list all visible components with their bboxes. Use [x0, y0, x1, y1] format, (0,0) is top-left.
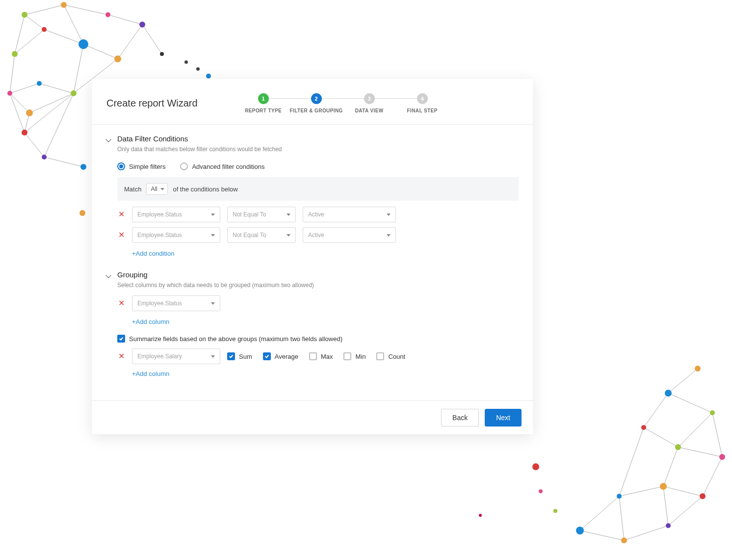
svg-point-59 — [665, 390, 672, 397]
select-value: Employee.Salary — [137, 353, 182, 360]
step-filter-grouping[interactable]: 2 FILTER & GROUPING — [290, 93, 343, 113]
svg-line-57 — [619, 427, 644, 496]
select-value: Employee.Status — [137, 300, 182, 307]
svg-line-1 — [64, 5, 108, 15]
decoration-dot — [79, 210, 85, 216]
step-final[interactable]: 4 FINAL STEP — [396, 93, 449, 113]
svg-line-45 — [624, 526, 668, 540]
svg-point-26 — [105, 12, 110, 17]
svg-line-16 — [39, 83, 74, 93]
select-value: Not Equal To — [233, 232, 266, 239]
svg-line-46 — [580, 531, 624, 540]
decoration-network-bottom-right — [521, 349, 732, 560]
stepper: 1 REPORT TYPE 2 FILTER & GROUPING 3 DATA… — [237, 93, 449, 113]
svg-line-5 — [10, 54, 15, 93]
back-button[interactable]: Back — [441, 409, 479, 427]
filter-row: ✕ Employee.Status Not Equal To Active — [117, 227, 519, 243]
step-data-view[interactable]: 3 DATA VIEW — [343, 93, 396, 113]
wizard-footer: Back Next — [92, 400, 533, 434]
svg-line-0 — [25, 5, 64, 15]
decoration-dot — [206, 74, 211, 79]
select-value: Employee.Status — [137, 232, 182, 239]
caret-down-icon — [160, 188, 164, 190]
svg-line-40 — [668, 369, 698, 393]
next-button[interactable]: Next — [485, 409, 522, 427]
step-number: 1 — [258, 93, 269, 104]
svg-line-9 — [44, 29, 83, 44]
agg-average-checkbox[interactable]: Average — [263, 352, 298, 360]
add-group-column-link[interactable]: +Add column — [132, 318, 169, 325]
agg-max-checkbox[interactable]: Max — [309, 352, 333, 360]
step-report-type[interactable]: 1 REPORT TYPE — [237, 93, 290, 113]
agg-count-checkbox[interactable]: Count — [376, 352, 405, 360]
svg-point-32 — [12, 51, 18, 57]
decoration-dot — [196, 67, 200, 71]
chevron-down-icon — [106, 137, 111, 142]
svg-line-11 — [118, 25, 142, 59]
caret-down-icon — [211, 213, 215, 216]
step-label: REPORT TYPE — [245, 108, 282, 113]
svg-line-10 — [83, 44, 118, 59]
svg-point-33 — [7, 91, 12, 96]
add-summary-column-link[interactable]: +Add column — [132, 370, 169, 377]
checkbox-label: Min — [355, 353, 366, 360]
remove-group-column-button[interactable]: ✕ — [117, 299, 125, 307]
svg-line-54 — [619, 486, 663, 496]
agg-min-checkbox[interactable]: Min — [343, 352, 366, 360]
select-value: Employee.Status — [137, 211, 182, 218]
caret-down-icon — [287, 213, 290, 216]
svg-line-12 — [64, 5, 83, 44]
radio-simple-filters[interactable]: Simple filters — [117, 162, 165, 170]
step-number: 2 — [311, 93, 322, 104]
remove-condition-button[interactable]: ✕ — [117, 231, 125, 239]
remove-summary-field-button[interactable]: ✕ — [117, 352, 125, 360]
checkbox-label: Max — [321, 353, 333, 360]
svg-point-34 — [37, 81, 42, 86]
svg-point-25 — [61, 2, 67, 8]
svg-point-27 — [139, 22, 145, 27]
svg-point-37 — [22, 130, 27, 135]
summarize-checkbox[interactable]: Summarize fields based on the above grou… — [117, 335, 342, 343]
remove-condition-button[interactable]: ✕ — [117, 211, 125, 218]
filter-field-select[interactable]: Employee.Status — [132, 207, 220, 222]
svg-point-72 — [532, 463, 539, 470]
select-value: Active — [308, 232, 324, 239]
filter-value-select[interactable]: Active — [303, 227, 396, 243]
filter-value-select[interactable]: Active — [303, 207, 396, 222]
select-value: Active — [308, 211, 324, 218]
svg-point-71 — [539, 489, 543, 493]
summary-field-select[interactable]: Employee.Salary — [132, 348, 220, 364]
svg-line-21 — [10, 93, 29, 113]
section-toggle-data-filter[interactable]: Data Filter Conditions — [106, 134, 519, 143]
svg-point-67 — [675, 444, 681, 450]
radio-advanced-filters[interactable]: Advanced filter conditions — [180, 162, 264, 170]
add-condition-link[interactable]: +Add condition — [132, 250, 174, 257]
svg-point-62 — [700, 493, 706, 499]
svg-line-6 — [10, 93, 25, 133]
svg-point-28 — [160, 52, 164, 56]
svg-point-24 — [22, 12, 27, 18]
svg-line-49 — [678, 413, 712, 447]
svg-point-70 — [553, 509, 557, 513]
checkbox-label: Average — [275, 353, 298, 360]
grouping-row: ✕ Employee.Status — [117, 295, 519, 311]
match-mode-select[interactable]: All — [146, 183, 168, 195]
caret-down-icon — [287, 234, 290, 237]
select-value: Not Equal To — [233, 211, 266, 218]
svg-point-69 — [617, 494, 622, 499]
group-column-select[interactable]: Employee.Status — [132, 295, 220, 311]
step-label: FILTER & GROUPING — [289, 108, 342, 113]
filter-field-select[interactable]: Employee.Status — [132, 227, 220, 243]
agg-sum-checkbox[interactable]: Sum — [227, 352, 252, 360]
section-toggle-grouping[interactable]: Grouping — [106, 270, 519, 279]
filter-operator-select[interactable]: Not Equal To — [227, 207, 296, 222]
svg-point-39 — [80, 164, 86, 170]
svg-line-44 — [668, 496, 703, 526]
svg-point-30 — [78, 39, 88, 49]
svg-point-36 — [26, 109, 33, 116]
svg-point-64 — [621, 537, 627, 543]
svg-line-41 — [668, 393, 712, 413]
filter-operator-select[interactable]: Not Equal To — [227, 227, 296, 243]
chevron-down-icon — [106, 273, 111, 278]
step-label: DATA VIEW — [355, 108, 384, 113]
